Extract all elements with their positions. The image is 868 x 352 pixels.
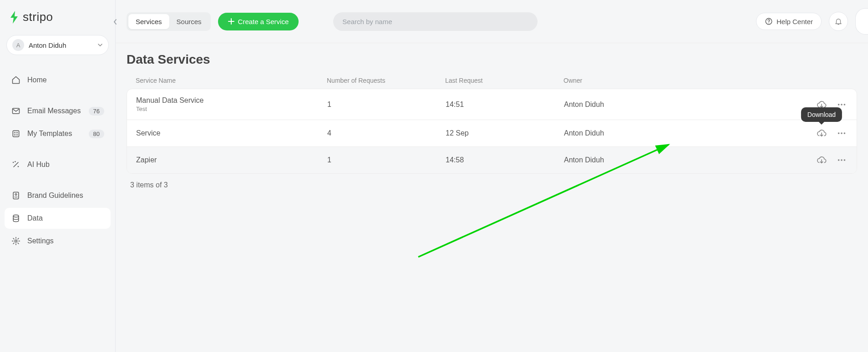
svg-point-7 [15, 194, 17, 196]
row-menu-button[interactable] [836, 127, 848, 139]
sidebar-item-my-templates[interactable]: My Templates 80 [5, 123, 111, 144]
sidebar-item-label: Settings [27, 237, 104, 245]
svg-point-12 [838, 104, 840, 106]
sidebar-item-label: Data [27, 214, 104, 222]
sidebar-item-label: My Templates [27, 130, 82, 138]
svg-rect-1 [13, 131, 19, 136]
user-name: Anton Diduh [29, 41, 93, 49]
help-center-button[interactable]: Help Center [756, 13, 822, 30]
sidebar-collapse-button[interactable] [110, 16, 121, 27]
help-icon [765, 17, 773, 25]
tab-services[interactable]: Services [128, 14, 169, 29]
svg-point-16 [841, 132, 843, 134]
download-button[interactable] [816, 154, 827, 166]
sidebar-item-ai-hub[interactable]: AI Hub [5, 154, 111, 175]
sidebar-item-label: Home [27, 76, 104, 84]
avatar: A [12, 39, 24, 51]
svg-point-11 [768, 23, 769, 24]
cell-service-name: Service [136, 129, 327, 137]
notifications-button[interactable] [829, 12, 848, 31]
cell-requests: 4 [327, 129, 446, 137]
svg-rect-3 [16, 132, 18, 133]
sidebar: stripo A Anton Diduh Home Email Messages… [0, 0, 116, 352]
cell-owner: Anton Diduh [564, 156, 700, 164]
gear-icon [11, 236, 21, 246]
envelope-icon [11, 106, 21, 116]
download-button[interactable]: Download [816, 127, 827, 139]
bell-icon [834, 17, 843, 25]
table-row[interactable]: Zapier 1 14:58 Anton Diduh [127, 147, 857, 173]
svg-rect-5 [16, 134, 18, 136]
svg-point-20 [844, 159, 846, 161]
cell-owner: Anton Diduh [564, 129, 700, 137]
svg-point-17 [844, 132, 846, 134]
guidelines-icon [11, 191, 21, 201]
page-title: Data Services [127, 52, 857, 67]
svg-point-15 [838, 132, 840, 134]
download-button[interactable] [816, 99, 827, 111]
svg-rect-4 [14, 134, 15, 136]
svg-point-9 [15, 240, 17, 242]
table-row[interactable]: Manual Data Service Test 1 14:51 Anton D… [127, 89, 857, 120]
templates-icon [11, 129, 21, 139]
sidebar-item-label: Email Messages [27, 107, 82, 115]
cell-last-request: 14:51 [446, 101, 564, 109]
sidebar-item-label: AI Hub [27, 161, 104, 169]
col-owner: Owner [563, 77, 700, 84]
database-icon [11, 213, 21, 223]
stripo-logo-icon [9, 10, 19, 24]
more-horizontal-icon [837, 100, 847, 110]
cell-last-request: 14:58 [446, 156, 564, 164]
cell-owner: Anton Diduh [564, 101, 700, 109]
cloud-download-icon [817, 155, 827, 165]
magic-wand-icon [11, 160, 21, 170]
create-service-button[interactable]: Create a Service [218, 13, 299, 30]
more-horizontal-icon [837, 155, 847, 165]
search-input[interactable] [333, 12, 537, 31]
sidebar-badge: 80 [89, 130, 104, 138]
cell-requests: 1 [327, 156, 446, 164]
pagination-summary: 3 items of 3 [127, 174, 857, 196]
table-header: Service Name Number of Requests Last Req… [127, 72, 857, 89]
svg-point-18 [838, 159, 840, 161]
col-requests: Number of Requests [327, 77, 445, 84]
create-service-label: Create a Service [238, 18, 289, 25]
tab-sources[interactable]: Sources [169, 14, 209, 29]
cloud-download-icon [817, 128, 827, 138]
svg-point-19 [841, 159, 843, 161]
sidebar-item-home[interactable]: Home [5, 70, 111, 91]
right-drawer-handle[interactable] [855, 8, 868, 35]
tab-group: Services Sources [127, 12, 211, 31]
svg-point-8 [13, 215, 19, 217]
sidebar-badge: 76 [89, 107, 104, 116]
row-menu-button[interactable] [836, 154, 848, 166]
svg-rect-2 [14, 132, 15, 133]
cell-service-sub: Test [136, 106, 327, 112]
cell-last-request: 12 Sep [446, 129, 564, 137]
sidebar-item-brand-guidelines[interactable]: Brand Guidelines [5, 185, 111, 206]
sidebar-item-email-messages[interactable]: Email Messages 76 [5, 101, 111, 121]
topbar: Services Sources Create a Service Help C… [116, 0, 868, 43]
home-icon [11, 75, 21, 85]
main-panel: Services Sources Create a Service Help C… [116, 0, 868, 352]
user-menu[interactable]: A Anton Diduh [6, 35, 109, 55]
search-wrap [333, 12, 537, 31]
row-menu-button[interactable] [836, 99, 848, 111]
chevron-down-icon [97, 42, 103, 48]
sidebar-item-data[interactable]: Data [5, 208, 111, 229]
services-table: Service Name Number of Requests Last Req… [127, 72, 857, 174]
table-row[interactable]: Service 4 12 Sep Anton Diduh Download [127, 120, 857, 147]
col-service-name: Service Name [136, 77, 327, 84]
brand-logo[interactable]: stripo [5, 6, 111, 35]
plus-icon [228, 18, 234, 25]
more-horizontal-icon [837, 128, 847, 138]
svg-point-13 [841, 104, 843, 106]
cell-service-name: Manual Data Service [136, 96, 327, 105]
sidebar-item-settings[interactable]: Settings [5, 231, 111, 251]
brand-name: stripo [23, 10, 53, 24]
cloud-download-icon [817, 100, 827, 110]
col-last-request: Last Request [445, 77, 563, 84]
cell-service-name: Zapier [136, 156, 327, 164]
sidebar-item-label: Brand Guidelines [27, 191, 104, 200]
cell-requests: 1 [327, 101, 446, 109]
